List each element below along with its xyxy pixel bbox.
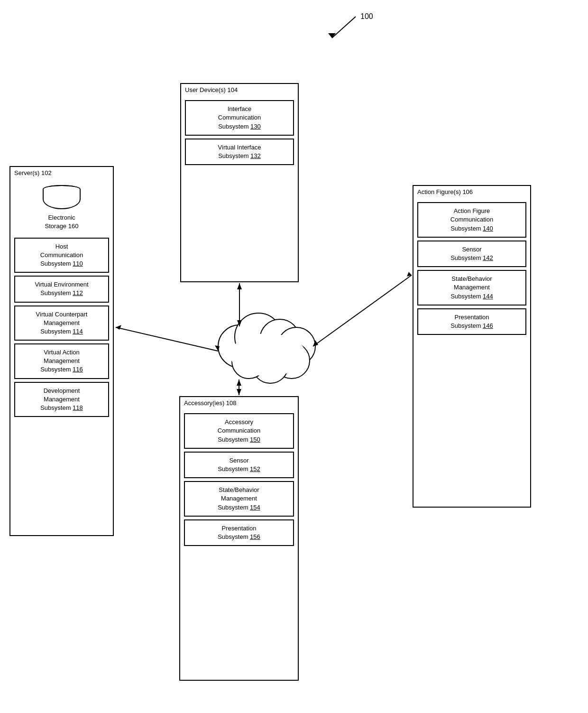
- diagram: 100 Server(s) 102 ElectronicStorage 160 …: [0, 0, 588, 713]
- electronic-storage: ElectronicStorage 160: [10, 185, 113, 231]
- acc-sensor-box: SensorSubsystem 152: [184, 452, 294, 478]
- svg-marker-16: [237, 389, 241, 395]
- user-device-box: User Device(s) 104 InterfaceCommunicatio…: [180, 83, 299, 282]
- virtual-counterpart-ref: 114: [73, 328, 83, 335]
- storage-ref: 160: [68, 222, 79, 230]
- svg-marker-12: [237, 283, 242, 289]
- svg-marker-21: [313, 340, 318, 346]
- action-figure-ref: 106: [462, 188, 473, 195]
- svg-marker-13: [237, 320, 242, 326]
- host-comm-box: HostCommunicationSubsystem 110: [14, 238, 109, 273]
- svg-marker-19: [116, 325, 121, 330]
- svg-marker-18: [215, 345, 220, 351]
- virtual-action-ref: 116: [73, 366, 83, 373]
- dev-mgmt-ref: 118: [73, 404, 83, 411]
- accessory-title: Accessory(ies) 108: [180, 397, 298, 410]
- svg-point-5: [260, 319, 300, 359]
- acc-state-behavior-ref: 154: [250, 504, 260, 511]
- acc-state-behavior-box: State/BehaviorManagementSubsystem 154: [184, 481, 294, 517]
- af-presentation-ref: 146: [483, 322, 493, 329]
- dev-mgmt-box: DevelopmentManagementSubsystem 118: [14, 382, 109, 417]
- action-figure-box: Action Figure(s) 106 Action FigureCommun…: [413, 185, 531, 508]
- server-title: Server(s) 102: [10, 167, 113, 180]
- svg-point-9: [232, 344, 266, 379]
- server-box: Server(s) 102 ElectronicStorage 160 Host…: [9, 166, 114, 536]
- svg-marker-22: [407, 272, 412, 277]
- svg-line-20: [313, 275, 412, 346]
- acc-presentation-box: PresentationSubsystem 156: [184, 519, 294, 546]
- action-figure-title: Action Figure(s) 106: [413, 186, 530, 199]
- svg-point-4: [235, 313, 282, 361]
- virtual-counterpart-box: Virtual CounterpartManagementSubsystem 1…: [14, 306, 109, 341]
- acc-comm-box: AccessoryCommunicationSubsystem 150: [184, 413, 294, 449]
- svg-point-8: [252, 347, 288, 383]
- acc-presentation-ref: 156: [250, 533, 260, 540]
- cloud-shape: [218, 313, 315, 383]
- virtual-env-ref: 112: [73, 289, 83, 296]
- af-comm-ref: 140: [483, 225, 493, 232]
- svg-text:100: 100: [360, 12, 373, 20]
- virtual-interface-ref: 132: [250, 152, 261, 159]
- interface-comm-ref: 130: [250, 123, 261, 130]
- af-state-behavior-ref: 144: [483, 293, 493, 300]
- virtual-env-box: Virtual EnvironmentSubsystem 112: [14, 276, 109, 302]
- accessory-box: Accessory(ies) 108 AccessoryCommunicatio…: [179, 396, 299, 681]
- virtual-action-box: Virtual ActionManagementSubsystem 116: [14, 343, 109, 379]
- svg-point-10: [230, 333, 306, 376]
- svg-line-17: [116, 327, 218, 351]
- accessory-ref: 108: [226, 399, 237, 407]
- svg-point-7: [274, 343, 310, 379]
- ref-arrow: 100: [294, 9, 389, 47]
- user-device-title: User Device(s) 104: [181, 84, 298, 97]
- af-state-behavior-box: State/BehaviorManagementSubsystem 144: [417, 270, 526, 306]
- virtual-interface-box: Virtual InterfaceSubsystem 132: [185, 139, 294, 165]
- user-device-ref: 104: [228, 86, 238, 93]
- interface-comm-box: InterfaceCommunicationSubsystem 130: [185, 100, 294, 136]
- host-comm-ref: 110: [73, 260, 83, 267]
- svg-line-0: [332, 17, 356, 38]
- af-presentation-box: PresentationSubsystem 146: [417, 308, 526, 335]
- storage-label: ElectronicStorage 160: [10, 213, 113, 231]
- af-sensor-box: SensorSubsystem 142: [417, 241, 526, 267]
- acc-sensor-ref: 152: [250, 465, 260, 472]
- svg-point-6: [277, 327, 315, 365]
- server-ref: 102: [41, 169, 52, 176]
- svg-point-3: [218, 325, 261, 368]
- acc-comm-ref: 150: [250, 436, 260, 443]
- af-sensor-ref: 142: [483, 254, 493, 261]
- af-comm-box: Action FigureCommunicationSubsystem 140: [417, 202, 526, 238]
- svg-marker-15: [237, 380, 241, 386]
